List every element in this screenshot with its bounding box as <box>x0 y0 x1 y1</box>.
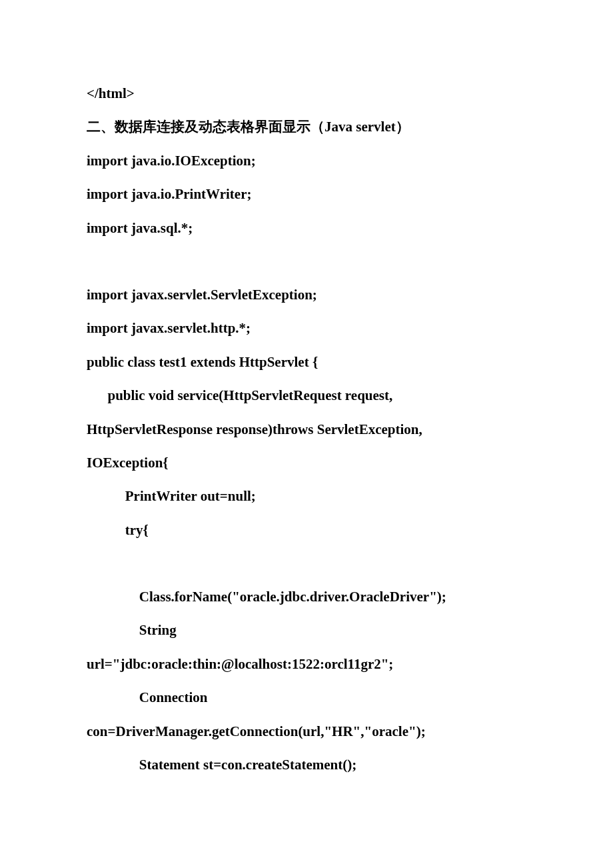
code-line: IOException{ <box>87 446 526 479</box>
code-line: Connection <box>87 681 526 714</box>
code-line: PrintWriter out=null; <box>87 479 526 513</box>
code-line: url="jdbc:oracle:thin:@localhost:1522:or… <box>87 647 526 681</box>
code-line: Class.forName("oracle.jdbc.driver.Oracle… <box>87 580 526 613</box>
code-line: import java.io.IOException; <box>87 144 526 177</box>
code-line: public void service(HttpServletRequest r… <box>87 379 526 412</box>
code-line: Statement st=con.createStatement(); <box>87 748 526 781</box>
blank-line <box>87 245 526 278</box>
code-line: import javax.servlet.ServletException; <box>87 278 526 311</box>
code-line: </html> <box>87 77 526 110</box>
blank-line <box>87 547 526 580</box>
code-line: public class test1 extends HttpServlet { <box>87 345 526 379</box>
code-line: con=DriverManager.getConnection(url,"HR"… <box>87 715 526 748</box>
code-line: try{ <box>87 513 526 547</box>
code-line: import java.io.PrintWriter; <box>87 177 526 211</box>
code-line: import java.sql.*; <box>87 211 526 245</box>
code-line: HttpServletResponse response)throws Serv… <box>87 413 526 446</box>
code-line: String <box>87 613 526 647</box>
section-heading: 二、数据库连接及动态表格界面显示（Java servlet） <box>87 110 526 143</box>
code-line: import javax.servlet.http.*; <box>87 311 526 345</box>
